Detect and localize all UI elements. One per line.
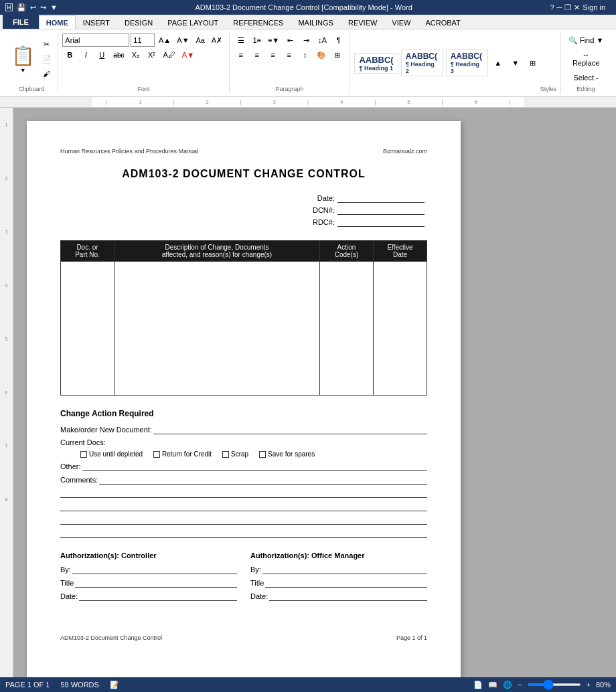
checkbox-scrap[interactable]: Scrap [222,450,248,458]
dcn-line[interactable] [337,205,425,215]
cut-button[interactable]: ✂ [40,37,54,51]
office-manager-title-line[interactable] [265,578,427,588]
font-shrink-button[interactable]: A▼ [175,33,191,47]
underline-button[interactable]: U [94,48,109,62]
web-layout-icon[interactable]: 🌐 [503,681,512,689]
change-case-button[interactable]: Aa [193,33,208,47]
align-left-button[interactable]: ≡ [234,48,248,62]
checkbox-save-for-spares[interactable]: Save for spares [259,450,315,458]
controller-by-line[interactable] [72,565,237,574]
tab-acrobat[interactable]: ACROBAT [418,15,467,29]
styles-scroll-down[interactable]: ▼ [508,56,523,70]
line-spacing-button[interactable]: ↕ [298,48,313,62]
styles-more[interactable]: ⊞ [526,56,540,70]
sort-button[interactable]: ↕A [315,33,329,47]
style-heading3-button[interactable]: AABBC( ¶ Heading 3 [446,50,488,76]
tab-design[interactable]: DESIGN [117,15,160,29]
tab-insert[interactable]: INSERT [76,15,117,29]
read-mode-icon[interactable]: 📖 [488,681,497,689]
table-cell-effective-date[interactable] [374,262,427,396]
controller-date-line[interactable] [79,592,237,601]
quick-access-redo[interactable]: ↪ [40,3,46,12]
zoom-slider[interactable] [528,683,581,686]
document-page[interactable]: Human Resources Policies and Procedures … [27,121,461,683]
comment-extra-line-4[interactable] [60,529,427,538]
status-right: 📄 📖 🌐 − + 80% [473,681,611,689]
other-line[interactable] [82,462,427,471]
bullets-button[interactable]: ☰ [234,33,248,47]
borders-button[interactable]: ⊞ [330,48,345,62]
superscript-button[interactable]: X² [144,48,159,62]
checkbox-use-until-depleted[interactable]: Use until depleted [80,450,143,458]
comment-extra-line-1[interactable] [60,489,427,498]
tab-review[interactable]: REVIEW [341,15,384,29]
font-name-input[interactable] [62,33,129,47]
zoom-in-button[interactable]: + [587,681,591,689]
quick-access-save[interactable]: 💾 [17,3,26,12]
style-heading2-button[interactable]: AABBC( ¶ Heading 2 [401,50,443,76]
sign-in-link[interactable]: Sign in [583,3,611,12]
minimize-button[interactable]: ─ [557,3,562,12]
italic-button[interactable]: I [78,48,93,62]
font-size-input[interactable] [131,33,155,47]
table-cell-description[interactable] [114,262,320,396]
checkbox-save-for-spares-box[interactable] [259,451,266,458]
numbering-button[interactable]: 1≡ [250,33,264,47]
align-right-button[interactable]: ≡ [266,48,281,62]
quick-access-more[interactable]: ▼ [50,3,58,11]
font-color-button[interactable]: A▼ [179,48,197,62]
multilevel-list-button[interactable]: ≡▼ [266,33,282,47]
change-control-table: Doc. orPart No. Description of Change, D… [60,240,427,396]
align-center-button[interactable]: ≡ [250,48,264,62]
shading-button[interactable]: 🎨 [314,48,329,62]
font-grow-button[interactable]: A▲ [156,33,173,47]
table-cell-doc-part[interactable] [61,262,114,396]
zoom-level[interactable]: 80% [596,681,611,689]
language-indicator[interactable]: 📝 [110,681,119,689]
tab-home[interactable]: HOME [39,15,76,29]
text-highlight-button[interactable]: A🖊 [160,48,177,62]
table-row[interactable] [61,262,427,396]
tab-references[interactable]: REFERENCES [226,15,291,29]
tab-view[interactable]: VIEW [384,15,418,29]
decrease-indent-button[interactable]: ⇤ [283,33,297,47]
strikethrough-button[interactable]: abc [110,48,127,62]
table-cell-action-code[interactable] [320,262,374,396]
help-button[interactable]: ? [550,3,554,12]
make-order-line[interactable] [153,425,427,434]
clear-format-button[interactable]: A✗ [209,33,225,47]
tab-page-layout[interactable]: PAGE LAYOUT [160,15,226,29]
select-button[interactable]: Select - [565,71,607,84]
date-line[interactable] [337,193,425,203]
office-manager-by-line[interactable] [262,565,427,574]
copy-button[interactable]: 📄 [40,52,54,66]
rdc-line[interactable] [337,218,425,227]
format-painter-button[interactable]: 🖌 [40,67,54,80]
checkbox-return-for-credit-box[interactable] [153,451,160,458]
increase-indent-button[interactable]: ⇥ [299,33,313,47]
restore-button[interactable]: ❐ [564,3,571,12]
subscript-button[interactable]: X₂ [128,48,143,62]
checkbox-use-until-depleted-box[interactable] [80,451,87,458]
bold-button[interactable]: B [62,48,77,62]
justify-button[interactable]: ≡ [282,48,297,62]
zoom-out-button[interactable]: − [518,681,522,689]
office-manager-date-line[interactable] [269,592,427,601]
comment-extra-line-2[interactable] [60,502,427,511]
controller-title-line[interactable] [75,578,237,588]
print-layout-icon[interactable]: 📄 [473,681,483,689]
styles-scroll-up[interactable]: ▲ [491,56,506,70]
tab-file[interactable]: FILE [3,14,39,29]
comment-extra-line-3[interactable] [60,515,427,525]
quick-access-undo[interactable]: ↩ [30,3,36,12]
checkbox-scrap-box[interactable] [222,451,229,458]
tab-mailings[interactable]: MAILINGS [291,15,341,29]
replace-button[interactable]: ↔ Replace [565,50,607,68]
paste-button[interactable]: 📋▼ [9,43,37,76]
comments-line[interactable] [99,475,427,485]
style-heading1-button[interactable]: AABBC( ¶ Heading 1 [354,53,398,74]
close-button[interactable]: ✕ [574,3,580,12]
find-button[interactable]: 🔍 Find ▼ [565,33,607,47]
show-formatting-button[interactable]: ¶ [331,33,345,47]
checkbox-return-for-credit[interactable]: Return for Credit [153,450,212,458]
